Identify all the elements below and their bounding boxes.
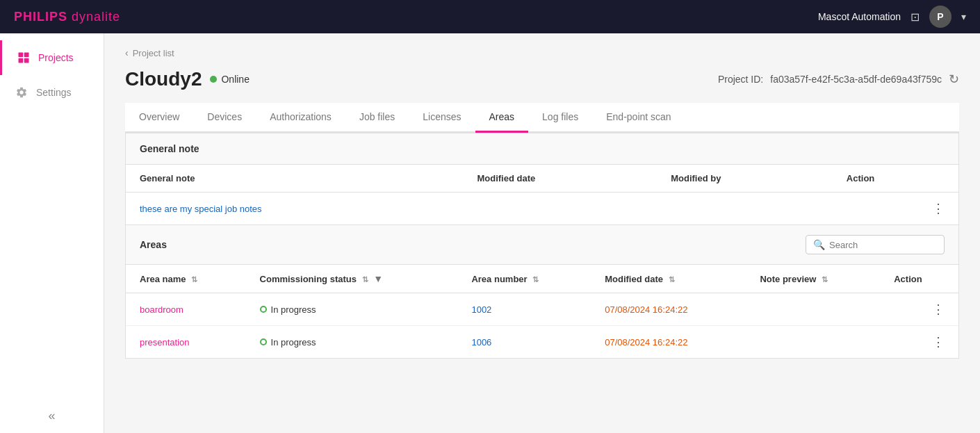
- logo-prefix: PHILIPS: [14, 10, 72, 24]
- svg-rect-1: [24, 53, 29, 58]
- project-title-area: Cloudy2 Online: [125, 68, 250, 90]
- monitor-icon[interactable]: ⊡: [910, 10, 920, 24]
- area-action-menu[interactable]: ⋮: [932, 335, 945, 349]
- tab-authorizations[interactable]: Authorizations: [256, 103, 345, 133]
- status-dot: [260, 306, 267, 313]
- area-number-link[interactable]: 1006: [471, 337, 491, 348]
- table-row: these are my special job notes ⋮: [126, 193, 958, 225]
- note-preview-cell: [746, 326, 880, 359]
- search-icon: 🔍: [813, 239, 825, 250]
- refresh-icon[interactable]: ↻: [949, 72, 959, 87]
- area-name-sort[interactable]: ⇅: [191, 275, 197, 284]
- note-preview-sort[interactable]: ⇅: [822, 275, 828, 284]
- col-modified-date-label: Modified date: [605, 274, 663, 284]
- status-dot: [260, 338, 267, 345]
- col-area-name-label: Area name: [140, 274, 186, 284]
- commissioning-sort[interactable]: ⇅: [362, 275, 368, 284]
- project-id-value: fa03a57f-e42f-5c3a-a5df-de69a43f759c: [770, 74, 942, 85]
- collapse-icon: «: [48, 409, 55, 423]
- area-action-menu[interactable]: ⋮: [932, 302, 945, 316]
- area-number-sort[interactable]: ⇅: [532, 275, 539, 284]
- col-action-note: Action: [833, 165, 958, 193]
- user-menu-chevron[interactable]: ▾: [961, 11, 966, 22]
- status-in-progress: In progress: [260, 337, 444, 348]
- note-action-menu[interactable]: ⋮: [932, 202, 945, 215]
- note-link[interactable]: these are my special job notes: [140, 204, 262, 214]
- online-badge: Online: [210, 74, 249, 85]
- col-general-note: General note: [126, 165, 463, 193]
- svg-rect-2: [19, 58, 24, 63]
- search-input[interactable]: [829, 240, 937, 250]
- col-note-preview-label: Note preview: [760, 274, 816, 284]
- main-card: General note General note Modified date …: [125, 133, 959, 359]
- breadcrumb-arrow: ‹: [125, 47, 129, 58]
- tab-areas[interactable]: Areas: [475, 103, 529, 133]
- sidebar: Projects Settings «: [0, 33, 104, 433]
- col-modified-by: Modified by: [657, 165, 833, 193]
- note-preview-cell: [746, 293, 880, 326]
- modified-date-cell: 07/08/2024 16:24:22: [591, 293, 746, 326]
- commissioning-status-cell: In progress: [246, 293, 458, 326]
- breadcrumb-label: Project list: [133, 48, 174, 58]
- area-number-link[interactable]: 1002: [471, 304, 491, 315]
- tab-log-files[interactable]: Log files: [528, 103, 592, 133]
- tab-devices[interactable]: Devices: [193, 103, 256, 133]
- modified-date-cell: 07/08/2024 16:24:22: [591, 326, 746, 359]
- note-text: these are my special job notes: [126, 193, 463, 225]
- col-area-number: Area number ⇅: [457, 265, 591, 293]
- area-name-link[interactable]: boardroom: [140, 304, 183, 315]
- commissioning-filter[interactable]: ▼: [373, 273, 383, 284]
- note-modified-by: [657, 193, 833, 225]
- logo-brand: dynalite: [72, 10, 120, 24]
- sidebar-item-settings[interactable]: Settings: [0, 75, 104, 110]
- areas-table: Area name ⇅ Commissioning status ⇅ ▼ Are…: [126, 265, 958, 358]
- app-layout: Projects Settings « ‹ Project list Cloud…: [0, 33, 980, 433]
- tabs-bar: Overview Devices Authorizations Job file…: [125, 103, 959, 133]
- gear-icon: [14, 85, 29, 100]
- online-indicator: [210, 76, 217, 83]
- status-label: In progress: [271, 304, 316, 315]
- online-label: Online: [221, 74, 249, 85]
- tab-job-files[interactable]: Job files: [345, 103, 409, 133]
- sidebar-item-projects[interactable]: Projects: [0, 40, 104, 75]
- col-modified-date-areas: Modified date ⇅: [591, 265, 746, 293]
- sidebar-projects-label: Projects: [38, 52, 74, 63]
- commissioning-status-cell: In progress: [246, 326, 458, 359]
- breadcrumb[interactable]: ‹ Project list: [125, 47, 959, 58]
- project-header: Cloudy2 Online Project ID: fa03a57f-e42f…: [125, 68, 959, 90]
- areas-title: Areas: [140, 239, 167, 250]
- project-id-area: Project ID: fa03a57f-e42f-5c3a-a5df-de69…: [718, 72, 959, 87]
- project-id-label: Project ID:: [718, 74, 763, 85]
- sidebar-collapse-button[interactable]: «: [0, 399, 104, 433]
- modified-date-sort[interactable]: ⇅: [669, 275, 675, 284]
- tab-endpoint-scan[interactable]: End-point scan: [592, 103, 685, 133]
- area-name-cell: boardroom: [126, 293, 246, 326]
- svg-rect-0: [19, 53, 24, 58]
- svg-rect-3: [24, 58, 29, 63]
- area-number-cell: 1002: [457, 293, 591, 326]
- col-modified-date: Modified date: [463, 165, 657, 193]
- general-note-title: General note: [140, 143, 199, 154]
- status-label: In progress: [271, 337, 316, 348]
- area-number-cell: 1006: [457, 326, 591, 359]
- status-in-progress: In progress: [260, 304, 444, 315]
- areas-search-box[interactable]: 🔍: [806, 235, 945, 254]
- tab-overview[interactable]: Overview: [125, 103, 193, 133]
- area-name-link[interactable]: presentation: [140, 337, 190, 348]
- top-navigation: PHILIPS dynalite Mascot Automation ⊡ P ▾: [0, 0, 980, 33]
- area-action-cell: ⋮: [880, 326, 958, 359]
- col-note-preview: Note preview ⇅: [746, 265, 880, 293]
- user-avatar[interactable]: P: [929, 6, 952, 28]
- note-modified-date: [463, 193, 657, 225]
- project-title: Cloudy2: [125, 68, 202, 90]
- sidebar-settings-label: Settings: [36, 87, 72, 98]
- areas-section-header: Areas 🔍: [126, 224, 958, 265]
- area-action-cell: ⋮: [880, 293, 958, 326]
- logo: PHILIPS dynalite: [14, 10, 818, 24]
- grid-icon: [16, 50, 31, 65]
- tab-licenses[interactable]: Licenses: [409, 103, 475, 133]
- col-commissioning-label: Commissioning status: [260, 274, 357, 284]
- topnav-right: Mascot Automation ⊡ P ▾: [818, 6, 966, 28]
- area-name-cell: presentation: [126, 326, 246, 359]
- company-name: Mascot Automation: [818, 11, 901, 22]
